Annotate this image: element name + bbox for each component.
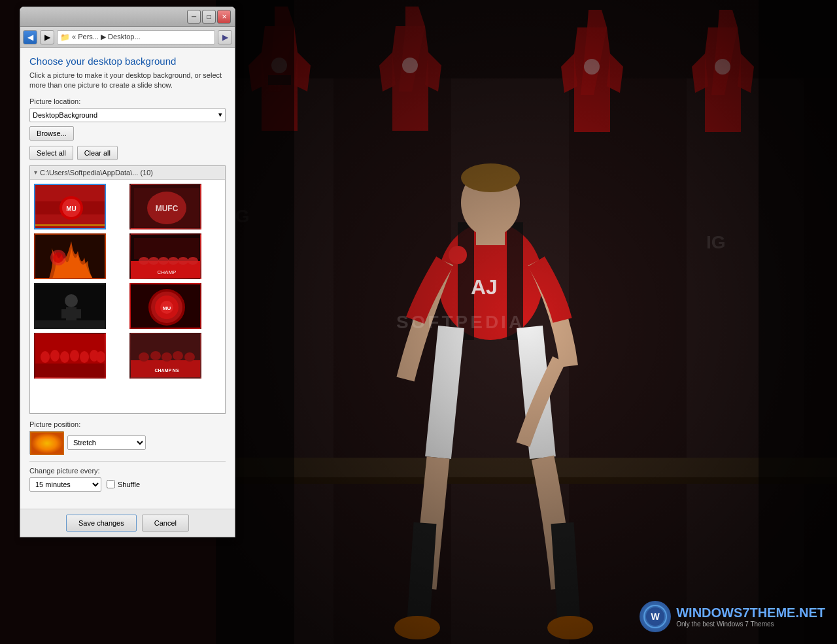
- svg-point-67: [53, 252, 63, 263]
- position-preview-thumbnail: [29, 431, 63, 454]
- window-content: Choose your desktop background Click a p…: [20, 48, 235, 509]
- page-title: Choose your desktop background: [29, 56, 226, 67]
- change-picture-section: Change picture every: 15 minutes Shuffle: [29, 467, 226, 492]
- svg-point-95: [50, 350, 60, 362]
- select-all-button[interactable]: Select all: [29, 146, 73, 160]
- picture-position-label: Picture position:: [29, 420, 226, 428]
- desktop-background-window: ─ □ ✕ ◀ ▶ 📁 « Pers... ▶ Desktop... ▶ Cho…: [20, 7, 235, 537]
- title-bar: ─ □ ✕: [20, 7, 235, 27]
- site-text: WINDOWS7THEME.NET Only the best Windows …: [676, 605, 825, 628]
- svg-rect-84: [67, 320, 71, 328]
- svg-point-96: [60, 351, 69, 363]
- select-buttons-row: Select all Clear all: [29, 146, 226, 160]
- svg-rect-71: [134, 238, 199, 259]
- picture-location-row: DesktopBackground ▾: [29, 108, 226, 122]
- thumbnail-image[interactable]: [34, 283, 106, 329]
- thumbnails-container[interactable]: ▾ C:\Users\Softpedia\AppData\... (10) MU: [29, 165, 226, 414]
- svg-rect-110: [31, 433, 63, 454]
- svg-point-72: [139, 257, 149, 265]
- close-button[interactable]: ✕: [217, 10, 231, 24]
- position-row: Stretch: [29, 431, 226, 454]
- site-watermark: W WINDOWS7THEME.NET Only the best Window…: [640, 601, 825, 632]
- svg-point-100: [96, 351, 105, 363]
- thumbnail-image[interactable]: MU: [34, 184, 106, 229]
- thumbnail-image[interactable]: MUFC: [129, 184, 201, 229]
- svg-point-104: [139, 352, 149, 362]
- forward-button[interactable]: ▶: [40, 30, 54, 44]
- thumbnail-item[interactable]: [34, 233, 126, 279]
- svg-point-94: [41, 351, 50, 363]
- change-picture-label: Change picture every:: [29, 467, 226, 475]
- clear-all-button[interactable]: Clear all: [77, 146, 118, 160]
- shuffle-label[interactable]: Shuffle: [107, 480, 140, 488]
- svg-point-106: [162, 352, 172, 362]
- thumbnail-item[interactable]: [34, 333, 126, 379]
- thumbnail-item[interactable]: CHAMP: [129, 233, 221, 279]
- cancel-button[interactable]: Cancel: [142, 515, 189, 532]
- svg-text:MUFC: MUFC: [156, 204, 179, 213]
- folder-arrow-icon: ▾: [34, 169, 37, 176]
- svg-rect-51: [759, 0, 837, 644]
- interval-select[interactable]: 15 minutes: [29, 477, 101, 492]
- svg-rect-83: [76, 309, 81, 318]
- svg-point-105: [150, 351, 161, 360]
- position-select[interactable]: Stretch: [67, 435, 146, 450]
- page-description: Click a picture to make it your desktop …: [29, 71, 226, 91]
- svg-point-74: [158, 257, 169, 265]
- thumbnail-image[interactable]: MU: [129, 283, 201, 329]
- svg-point-98: [80, 351, 89, 363]
- thumbnail-image[interactable]: [34, 233, 106, 279]
- svg-point-73: [148, 257, 159, 265]
- picture-position-section: Picture position:: [29, 420, 226, 454]
- svg-text:MU: MU: [163, 305, 171, 311]
- shuffle-checkbox[interactable]: [107, 480, 115, 488]
- svg-point-76: [178, 257, 188, 265]
- svg-text:CHAMP: CHAMP: [158, 269, 177, 275]
- thumbnail-item[interactable]: [34, 283, 126, 329]
- go-button[interactable]: ▶: [218, 30, 232, 44]
- back-button[interactable]: ◀: [23, 30, 37, 44]
- title-bar-controls: ─ □ ✕: [187, 10, 231, 24]
- svg-rect-81: [66, 307, 77, 320]
- address-field: 📁 « Pers... ▶ Desktop...: [57, 30, 215, 44]
- thumbnail-item[interactable]: CHAMP NS: [129, 333, 221, 379]
- picture-location-dropdown[interactable]: DesktopBackground ▾: [29, 108, 226, 122]
- svg-rect-60: [35, 224, 106, 226]
- browse-button[interactable]: Browse...: [29, 126, 74, 141]
- thumbnail-item[interactable]: MU: [129, 283, 221, 329]
- svg-rect-93: [35, 364, 106, 379]
- svg-rect-85: [71, 320, 76, 328]
- site-logo: W: [640, 601, 671, 632]
- thumbnail-image[interactable]: [34, 333, 106, 379]
- thumbnail-item[interactable]: MU: [34, 184, 126, 229]
- minimize-button[interactable]: ─: [187, 10, 201, 24]
- svg-rect-49: [216, 0, 837, 644]
- thumbnail-item[interactable]: MUFC: [129, 184, 221, 229]
- svg-text:W: W: [651, 611, 660, 622]
- svg-point-77: [188, 257, 198, 265]
- save-changes-button[interactable]: Save changes: [66, 515, 137, 532]
- divider: [29, 461, 226, 462]
- svg-text:CHAMP NS: CHAMP NS: [154, 368, 179, 373]
- svg-rect-82: [61, 309, 67, 318]
- maximize-button[interactable]: □: [202, 10, 216, 24]
- folder-header: ▾ C:\Users\Softpedia\AppData\... (10): [30, 166, 225, 180]
- svg-point-75: [168, 257, 179, 265]
- picture-location-label: Picture location:: [29, 97, 226, 105]
- svg-point-80: [65, 294, 78, 307]
- svg-text:MU: MU: [66, 205, 77, 212]
- folder-icon: 📁: [60, 33, 70, 42]
- thumbnails-grid: MU MUFC: [30, 180, 225, 382]
- thumbnail-image[interactable]: CHAMP NS: [129, 333, 201, 379]
- bottom-bar: Save changes Cancel: [20, 509, 235, 537]
- thumbnail-image[interactable]: CHAMP: [129, 233, 201, 279]
- svg-point-107: [173, 351, 183, 360]
- change-row: 15 minutes Shuffle: [29, 477, 226, 492]
- svg-point-108: [184, 352, 195, 362]
- address-bar: ◀ ▶ 📁 « Pers... ▶ Desktop... ▶: [20, 27, 235, 48]
- svg-point-97: [70, 350, 79, 362]
